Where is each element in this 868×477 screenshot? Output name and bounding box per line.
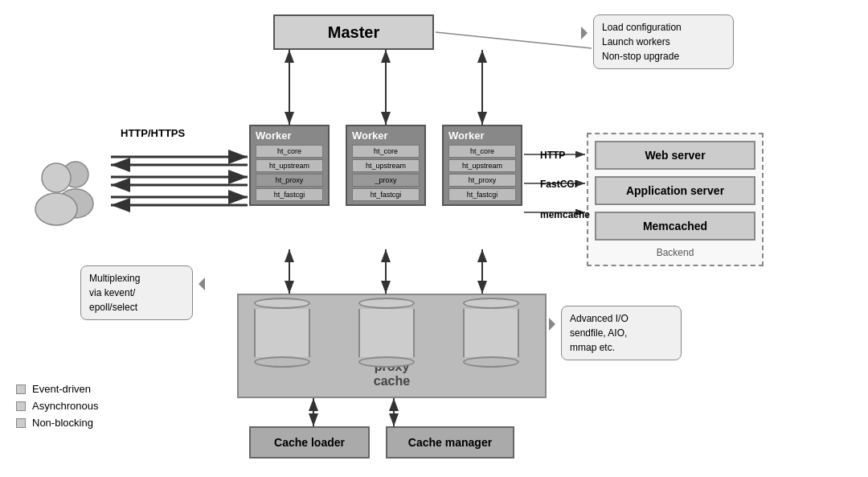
callout-master-line2: Launch workers [602,35,725,49]
fastcgi-text: FastCGI [540,179,577,190]
cache-manager-label: Cache manager [408,436,492,449]
legend-label-2: Asynchronous [32,400,98,412]
worker1-mod1: ht_core [256,145,323,158]
memcache-label: memcache [540,209,590,220]
callout-aio: Advanced I/O sendfile, AIO, mmap etc. [561,306,682,360]
worker-2: Worker ht_core ht_upstream _proxy ht_fas… [346,125,426,206]
cache-loader-label: Cache loader [274,436,345,449]
worker2-mod1: ht_core [352,145,420,158]
legend-item-2: Asynchronous [16,400,98,412]
worker-3: Worker ht_core ht_upstream ht_proxy ht_f… [442,125,522,206]
master-label: Master [328,23,379,42]
legend-label-1: Event-driven [32,383,91,395]
backend-label: Backend [595,247,755,258]
app-server-label: Application server [626,184,724,197]
callout-aio-line1: Advanced I/O [570,311,673,326]
diagram-container: Master Load configuration Launch workers… [0,0,868,477]
http-text: HTTP [540,150,565,161]
callout-master: Load configuration Launch workers Non-st… [593,14,734,69]
legend-square-3 [16,418,26,428]
legend-square-1 [16,384,26,394]
app-server-box: Application server [595,176,755,205]
worker1-mod2: ht_upstream [256,159,323,172]
callout-multiplex-line1: Multiplexing [89,271,184,286]
svg-line-20 [436,32,592,48]
users-icon [26,157,106,232]
backend-container: Web server Application server Memcached … [587,133,764,266]
worker1-mod4: ht_fastcgi [256,188,323,201]
memcached-box: Memcached [595,212,755,241]
cylinder-2 [358,298,415,368]
callout-multiplex: Multiplexing via kevent/ epoll/select [80,265,193,320]
master-box: Master [273,14,434,50]
memcache-text: memcache [540,209,590,220]
worker-1: Worker ht_core ht_upstream ht_proxy ht_f… [249,125,330,206]
worker1-title: Worker [256,130,323,142]
worker3-mod3: ht_proxy [448,174,516,187]
worker2-title: Worker [352,130,420,142]
http-label: HTTP [540,150,565,161]
callout-master-line3: Non-stop upgrade [602,49,725,64]
worker3-mod4: ht_fastcgi [448,188,516,201]
callout-aio-line3: mmap etc. [570,340,673,355]
callout-aio-line2: sendfile, AIO, [570,326,673,340]
worker2-mod3: _proxy [352,174,420,187]
worker2-mod4: ht_fastcgi [352,188,420,201]
svg-point-24 [35,193,77,225]
memcached-label: Memcached [643,220,707,232]
worker3-mod1: ht_core [448,145,516,158]
legend-square-2 [16,401,26,411]
svg-point-23 [42,163,71,192]
cache-loader-box: Cache loader [249,426,370,458]
web-server-label: Web server [645,149,705,162]
callout-multiplex-line3: epoll/select [89,300,184,315]
legend: Event-driven Asynchronous Non-blocking [16,383,98,429]
cylinder-1 [254,298,310,368]
worker2-mod2: ht_upstream [352,159,420,172]
cache-manager-box: Cache manager [386,426,514,458]
cylinder-3 [463,298,519,368]
callout-master-line1: Load configuration [602,20,725,35]
legend-item-3: Non-blocking [16,417,98,429]
callout-multiplex-line2: via kevent/ [89,286,184,300]
http-https-text: HTTP/HTTPS [121,127,185,139]
fastcgi-label: FastCGI [540,179,577,190]
worker3-title: Worker [448,130,516,142]
worker1-mod3: ht_proxy [256,174,323,187]
worker3-mod2: ht_upstream [448,159,516,172]
web-server-box: Web server [595,141,755,170]
http-https-label: HTTP/HTTPS [121,127,185,139]
legend-label-3: Non-blocking [32,417,93,429]
legend-item-1: Event-driven [16,383,98,395]
